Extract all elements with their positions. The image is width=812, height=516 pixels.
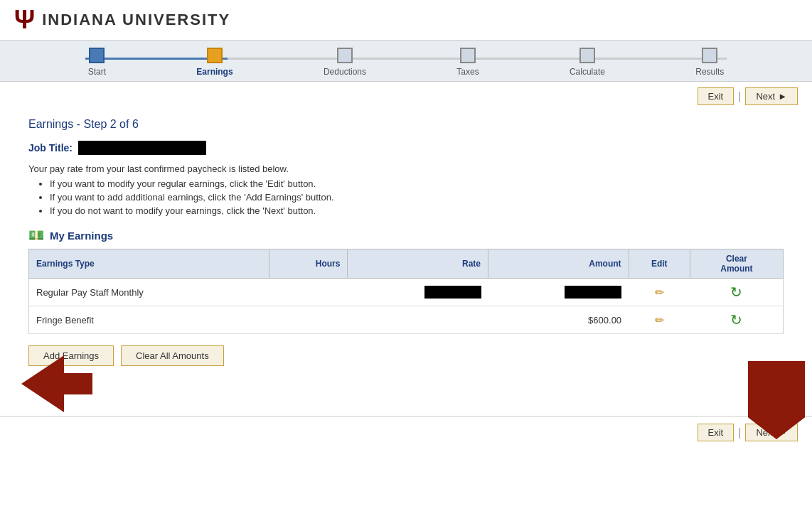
job-title-value: [78, 141, 206, 155]
step-label-deductions: Deductions: [324, 67, 366, 81]
table-row: Regular Pay Staff Monthly ✏ ↻: [29, 279, 784, 306]
trident-icon: Ψ: [14, 7, 35, 33]
svg-marker-0: [21, 355, 92, 412]
left-arrow: [21, 355, 92, 414]
progress-section: Start Earnings Deductions Taxes Calculat…: [0, 41, 812, 82]
row1-amount-redacted: [565, 286, 621, 299]
instructions-intro: Your pay rate from your last confirmed p…: [28, 163, 784, 174]
progress-bar: Start Earnings Deductions Taxes Calculat…: [0, 48, 812, 81]
bullet-3: If you do not want to modify your earnin…: [50, 205, 784, 216]
header: Ψ INDIANA UNIVERSITY: [0, 0, 812, 41]
col-clear-amount: ClearAmount: [690, 249, 783, 279]
instructions: Your pay rate from your last confirmed p…: [28, 163, 784, 216]
right-arrow: [748, 361, 805, 441]
step-calculate[interactable]: Calculate: [570, 48, 605, 81]
step-label-start: Start: [88, 67, 106, 81]
step-taxes[interactable]: Taxes: [456, 48, 479, 81]
step-box-start: [89, 48, 105, 63]
col-earnings-type: Earnings Type: [29, 249, 269, 279]
row2-rate: [348, 306, 488, 334]
row1-hours: [269, 279, 348, 306]
col-edit: Edit: [629, 249, 690, 279]
table-row: Fringe Benefit $600.00 ✏ ↻: [29, 306, 784, 334]
bullet-1: If you want to modify your regular earni…: [50, 178, 784, 189]
next-arrow-top: ►: [778, 91, 787, 102]
job-title-label: Job Title:: [28, 142, 73, 154]
my-earnings-header: 💵 My Earnings: [28, 227, 784, 243]
job-title-row: Job Title:: [28, 141, 784, 155]
table-header-row: Earnings Type Hours Rate Amount Edit Cle…: [29, 249, 784, 279]
page-title-step: - Step 2 of 6: [77, 118, 139, 130]
left-arrow-svg: [21, 355, 92, 412]
university-name: INDIANA UNIVERSITY: [42, 11, 230, 29]
clear-all-button[interactable]: Clear All Amounts: [121, 345, 224, 366]
money-icon: 💵: [28, 227, 44, 243]
row2-edit-icon[interactable]: ✏: [655, 314, 664, 326]
step-label-earnings: Earnings: [196, 67, 233, 81]
row1-clear[interactable]: ↻: [690, 279, 783, 306]
bullet-list: If you want to modify your regular earni…: [50, 178, 784, 216]
row1-type: Regular Pay Staff Monthly: [29, 279, 269, 306]
step-box-deductions: [337, 48, 353, 63]
row1-edit[interactable]: ✏: [629, 279, 690, 306]
svg-marker-1: [748, 361, 805, 439]
step-box-calculate: [579, 48, 595, 63]
page-title-earnings: Earnings: [28, 118, 73, 130]
row2-type: Fringe Benefit: [29, 306, 269, 334]
step-box-results: [702, 48, 717, 63]
exit-button-bottom[interactable]: Exit: [698, 424, 734, 441]
row2-clear-icon[interactable]: ↻: [730, 312, 742, 328]
bottom-toolbar: Exit | Next ►: [0, 416, 812, 448]
row2-edit[interactable]: ✏: [629, 306, 690, 334]
row1-rate-redacted: [424, 286, 481, 299]
my-earnings-title: My Earnings: [50, 230, 113, 242]
next-label-top: Next: [756, 91, 775, 102]
bullet-2: If you want to add additional earnings, …: [50, 192, 784, 203]
step-box-taxes: [460, 48, 476, 63]
university-logo: Ψ INDIANA UNIVERSITY: [14, 7, 230, 33]
right-arrow-svg: [748, 361, 805, 439]
step-deductions[interactable]: Deductions: [324, 48, 366, 81]
separator-bottom: |: [738, 426, 741, 439]
step-label-calculate: Calculate: [570, 67, 605, 81]
step-start[interactable]: Start: [88, 48, 106, 81]
next-button-top[interactable]: Next ►: [745, 87, 798, 105]
row2-hours: [269, 306, 348, 334]
step-label-taxes: Taxes: [456, 67, 479, 81]
page-title: Earnings - Step 2 of 6: [28, 118, 784, 131]
row2-amount: $600.00: [488, 306, 629, 334]
step-results[interactable]: Results: [695, 48, 724, 81]
step-label-results: Results: [695, 67, 724, 81]
row1-clear-icon[interactable]: ↻: [730, 284, 742, 300]
row1-rate: [348, 279, 488, 306]
earnings-table: Earnings Type Hours Rate Amount Edit Cle…: [28, 249, 784, 334]
row1-amount: [488, 279, 629, 306]
row2-clear[interactable]: ↻: [690, 306, 783, 334]
row1-edit-icon[interactable]: ✏: [655, 286, 664, 299]
step-earnings[interactable]: Earnings: [196, 48, 233, 81]
separator-top: |: [738, 90, 741, 103]
main-content: Earnings - Step 2 of 6 Job Title: Your p…: [0, 111, 812, 394]
exit-button-top[interactable]: Exit: [698, 87, 734, 105]
col-amount: Amount: [488, 249, 629, 279]
col-hours: Hours: [269, 249, 348, 279]
step-box-earnings: [207, 48, 223, 63]
top-toolbar: Exit | Next ►: [0, 82, 812, 111]
buttons-row: Add Earnings Clear All Amounts: [28, 345, 784, 366]
col-rate: Rate: [348, 249, 488, 279]
